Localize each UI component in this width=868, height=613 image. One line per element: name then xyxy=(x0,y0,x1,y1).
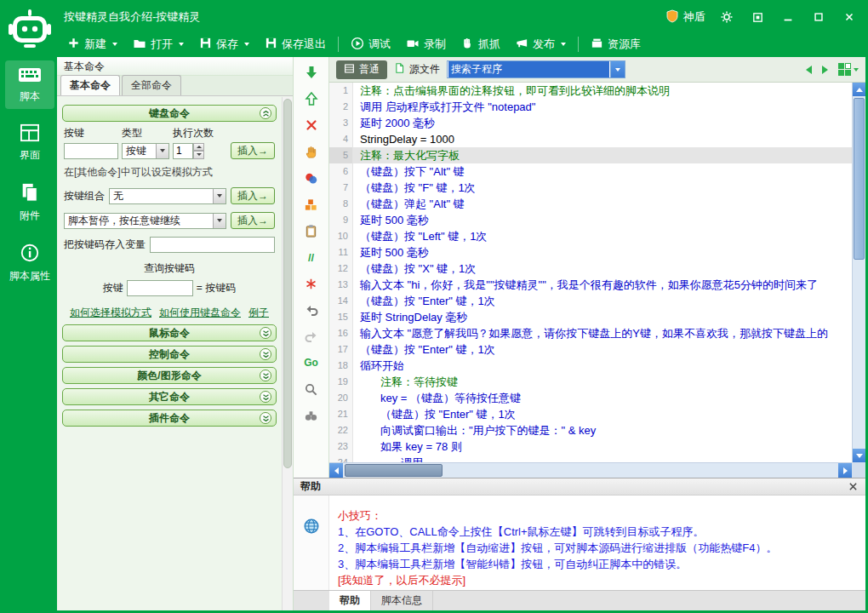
code-line[interactable]: 4StringDelay = 1000 xyxy=(329,131,852,147)
code-line[interactable]: 18循环开始 xyxy=(329,358,852,374)
command-section-header[interactable]: 控制命令 xyxy=(62,346,277,363)
sidebar-item-script[interactable]: 脚本 xyxy=(5,60,54,109)
tab-basic-commands[interactable]: 基本命令 xyxy=(60,75,120,95)
tab-help[interactable]: 帮助 xyxy=(329,591,371,610)
sidebar-item-interface[interactable]: 界面 xyxy=(5,117,54,168)
code-line[interactable]: 13输入文本 "hi，你好，我是""按键精灵""，我是个很有趣的软件，如果你愿意… xyxy=(329,277,852,293)
drag-hand-icon[interactable] xyxy=(303,143,320,160)
panel-scrollbar-thumb[interactable] xyxy=(283,99,292,468)
code-area[interactable]: 1注释：点击编辑界面的注释按钮，即可看到比较详细的脚本说明2调用 启动程序或打开… xyxy=(329,83,852,462)
syntax-check-icon[interactable] xyxy=(303,275,320,292)
command-section-header[interactable]: 其它命令 xyxy=(62,388,277,405)
debug-button[interactable]: 调试 xyxy=(344,34,397,54)
next-subroutine-icon[interactable] xyxy=(822,66,828,74)
app-logo-robot-icon[interactable] xyxy=(7,6,53,52)
shield-badge[interactable]: 神盾 xyxy=(665,9,705,26)
record-button[interactable]: 录制 xyxy=(399,34,453,54)
code-line[interactable]: 12（键盘）按 "X" 键，1次 xyxy=(329,261,852,277)
redo-icon[interactable] xyxy=(303,328,320,345)
publish-button[interactable]: 发布 xyxy=(509,34,573,54)
save-exit-button[interactable]: 保存退出 xyxy=(258,34,333,54)
dropdown-caret-icon[interactable] xyxy=(561,43,566,46)
key-input[interactable] xyxy=(64,143,118,159)
expand-down-icon[interactable] xyxy=(260,412,271,424)
link-how-choose-simulation[interactable]: 如何选择模拟方式 xyxy=(70,306,151,320)
paste-icon[interactable] xyxy=(303,222,320,239)
code-line[interactable]: 22向调试窗口输出："用户按下的键是：" & key xyxy=(329,422,852,438)
find-in-files-icon[interactable] xyxy=(303,407,320,424)
dropdown-caret-icon[interactable] xyxy=(179,43,184,46)
close-button[interactable] xyxy=(840,9,859,26)
code-line[interactable]: 20key = （键盘）等待按任意键 xyxy=(329,390,852,406)
command-section-header[interactable]: 鼠标命令 xyxy=(62,324,277,341)
code-line[interactable]: 24调用 xyxy=(329,455,852,462)
editor-hscrollbar[interactable] xyxy=(329,462,852,478)
store-variable-input[interactable] xyxy=(150,237,275,253)
code-line[interactable]: 23如果 key = 78 则 xyxy=(329,438,852,455)
code-line[interactable]: 3延时 2000 毫秒 xyxy=(329,115,852,131)
sidebar-item-attachment[interactable]: 附件 xyxy=(5,176,54,228)
expand-down-icon[interactable] xyxy=(260,327,271,339)
code-line[interactable]: 7（键盘）按 "F" 键，1次 xyxy=(329,180,852,196)
move-line-down-icon[interactable] xyxy=(303,64,320,81)
resource-library-button[interactable]: 资源库 xyxy=(584,34,648,54)
select-arrow-icon[interactable] xyxy=(213,214,226,228)
code-line[interactable]: 6（键盘）按下 "Alt" 键 xyxy=(329,163,852,180)
code-line[interactable]: 9延时 500 毫秒 xyxy=(329,212,852,228)
code-blocks-icon[interactable] xyxy=(303,196,320,213)
stepper-down-icon[interactable] xyxy=(193,151,204,159)
scroll-down-icon[interactable] xyxy=(853,449,865,462)
minimize-button[interactable] xyxy=(779,9,797,26)
dropdown-caret-icon[interactable] xyxy=(112,43,117,46)
stepper-up-icon[interactable] xyxy=(193,143,204,152)
insert-pause-button[interactable]: 插入→ xyxy=(231,212,275,229)
link-example[interactable]: 例子 xyxy=(248,306,269,320)
code-line[interactable]: 8（键盘）弹起 "Alt" 键 xyxy=(329,196,852,212)
vscrollbar-thumb[interactable] xyxy=(854,98,865,260)
command-section-header[interactable]: 插件命令 xyxy=(62,410,277,427)
maximize-button[interactable] xyxy=(809,9,828,26)
insert-combo-button[interactable]: 插入→ xyxy=(231,187,275,204)
code-line[interactable]: 16输入文本 "愿意了解我吗？如果愿意，请你按下键盘上的Y键，如果不喜欢我，那就… xyxy=(329,325,852,341)
select-arrow-icon[interactable] xyxy=(213,189,226,203)
sidebar-item-script-properties[interactable]: 脚本属性 xyxy=(5,237,54,289)
undo-icon[interactable] xyxy=(303,301,320,318)
link-how-use-keyboard[interactable]: 如何使用键盘命令 xyxy=(159,306,241,320)
select-arrow-icon[interactable] xyxy=(156,144,168,158)
view-layout-button[interactable] xyxy=(838,63,859,76)
combo-dropdown-icon[interactable] xyxy=(610,61,625,77)
delete-line-icon[interactable] xyxy=(303,117,320,134)
code-line[interactable]: 5注释：最大化写字板 xyxy=(329,147,852,163)
comment-icon[interactable]: // xyxy=(303,249,320,266)
minimize-to-tray-icon[interactable] xyxy=(748,9,767,26)
dropdown-caret-icon[interactable] xyxy=(854,68,859,72)
code-line[interactable]: 17（键盘）按 "Enter" 键，1次 xyxy=(329,341,852,358)
key-combo-select[interactable]: 无 xyxy=(109,188,226,204)
subroutine-search-combo[interactable]: 搜索子程序 xyxy=(447,60,625,78)
settings-gear-icon[interactable] xyxy=(717,9,736,26)
count-input[interactable] xyxy=(173,143,193,159)
save-button[interactable]: 保存 xyxy=(192,34,256,54)
code-line[interactable]: 2调用 启动程序或打开文件 "notepad" xyxy=(329,99,852,115)
keyboard-commands-header[interactable]: 键盘命令 xyxy=(62,105,277,122)
code-line[interactable]: 11延时 500 毫秒 xyxy=(329,244,852,261)
pause-mode-select[interactable]: 脚本暂停，按任意键继续 xyxy=(64,213,226,229)
scroll-up-icon[interactable] xyxy=(853,83,865,96)
insert-key-button[interactable]: 插入→ xyxy=(231,142,275,159)
hscrollbar-thumb[interactable] xyxy=(345,464,443,477)
editor-vscrollbar[interactable] xyxy=(852,83,865,462)
expand-down-icon[interactable] xyxy=(260,391,271,403)
key-type-select[interactable]: 按键 xyxy=(122,143,169,159)
tab-script-info[interactable]: 脚本信息 xyxy=(371,591,433,610)
expand-down-icon[interactable] xyxy=(260,370,271,381)
collapse-up-icon[interactable] xyxy=(260,107,271,119)
color-picker-icon[interactable] xyxy=(303,169,320,186)
code-line[interactable]: 1注释：点击编辑界面的注释按钮，即可看到比较详细的脚本说明 xyxy=(329,83,852,99)
code-line[interactable]: 10（键盘）按 "Left" 键，1次 xyxy=(329,228,852,244)
find-icon[interactable] xyxy=(303,381,320,398)
code-line[interactable]: 19注释：等待按键 xyxy=(329,374,852,390)
prev-subroutine-icon[interactable] xyxy=(806,66,812,74)
tab-all-commands[interactable]: 全部命令 xyxy=(122,75,181,95)
goto-line-icon[interactable]: Go xyxy=(303,354,320,371)
code-line[interactable]: 14（键盘）按 "Enter" 键，1次 xyxy=(329,293,852,309)
